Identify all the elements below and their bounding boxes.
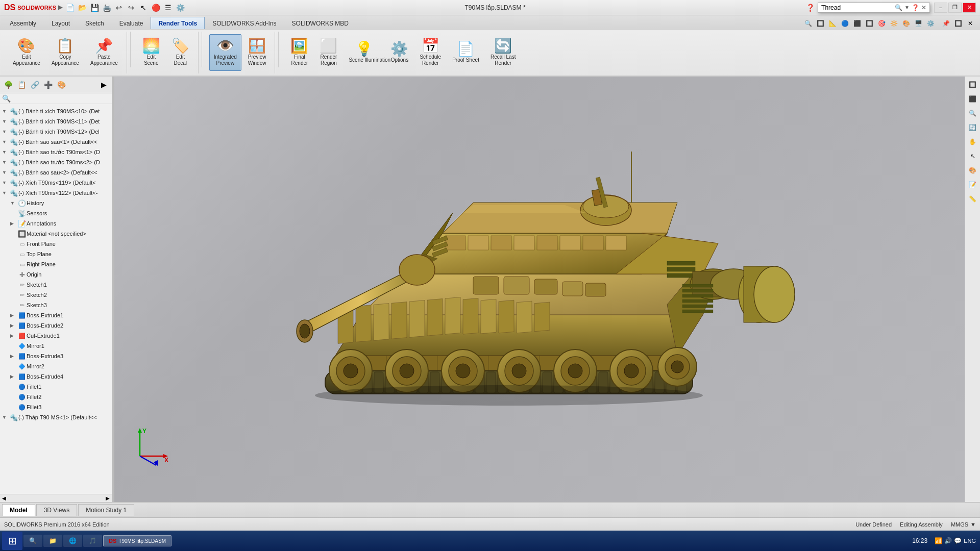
open-button[interactable]: 📂 (77, 2, 88, 13)
view-icon-3[interactable]: 📐 (827, 18, 838, 29)
tree-item-t7[interactable]: ▼ 🔩 (-) Bánh sao sau<2> (Default<< (0, 167, 112, 178)
scene-illumination-button[interactable]: 💡 Scene Illumination (344, 34, 384, 71)
annotation-icon[interactable]: 📝 (967, 179, 979, 191)
search-taskbar-button[interactable]: 🔍 (23, 535, 42, 547)
tab-layout[interactable]: Layout (44, 17, 78, 29)
tab-motion-study-1[interactable]: Motion Study 1 (78, 504, 134, 516)
tree-item-front-plane[interactable]: ▶ ▭ Front Plane (0, 239, 112, 249)
filter-icon[interactable]: 🔍 (2, 94, 11, 103)
units-dropdown-icon[interactable]: ▼ (970, 521, 976, 528)
display-icon[interactable]: 🎨 (967, 164, 979, 177)
tree-item-history[interactable]: ▼ 🕐 History (0, 198, 112, 208)
tree-item-t8[interactable]: ▼ 🔩 (-) Xích T90ms<119> (Default< (0, 178, 112, 188)
tree-item-thap[interactable]: ▼ 🔩 (-) Tháp T90 MS<1> (Default<< (0, 412, 112, 422)
options-button[interactable]: ☰ (162, 2, 174, 13)
view-icon-11[interactable]: ⚙️ (925, 18, 936, 29)
tree-item-mirror1[interactable]: ▶ 🔷 Mirror1 (0, 341, 112, 351)
file-explorer-button[interactable]: 📁 (43, 535, 62, 547)
redo-button[interactable]: ↪ (126, 2, 137, 13)
view-icon-1[interactable]: 🔍 (802, 18, 814, 29)
close-button[interactable]: ✕ (963, 3, 976, 13)
panel-close-button[interactable]: ✕ (965, 18, 976, 29)
zoom-icon[interactable]: 🔍 (967, 107, 979, 119)
view-icon-5[interactable]: ⬛ (851, 18, 863, 29)
tree-item-right-plane[interactable]: ▶ ▭ Right Plane (0, 259, 112, 269)
tree-item-material[interactable]: ▶ 🔲 Material <not specified> (0, 229, 112, 239)
tab-sketch[interactable]: Sketch (78, 17, 112, 29)
close-search-icon[interactable]: ✕ (921, 4, 926, 11)
help-button[interactable]: ❓ (804, 2, 816, 13)
tab-render-tools[interactable]: Render Tools (151, 17, 205, 29)
print-button[interactable]: 🖨️ (101, 2, 112, 13)
view-orient-icon[interactable]: ⬛ (967, 93, 979, 105)
measure-icon[interactable]: 📏 (967, 193, 979, 205)
recall-last-render-button[interactable]: 🔄 Recall LastRender (486, 34, 520, 71)
paste-appearance-button[interactable]: 📌 PasteAppearance (86, 34, 122, 71)
appearance-manager-icon[interactable]: 🎨 (55, 79, 67, 91)
tree-item-boss-extrude3[interactable]: ▶ 🟦 Boss-Extrude3 (0, 351, 112, 361)
edit-appearance-button[interactable]: 🎨 EditAppearance (8, 34, 45, 71)
dme-icon[interactable]: ➕ (42, 79, 54, 91)
tree-item-top-plane[interactable]: ▶ ▭ Top Plane (0, 249, 112, 259)
view-icon-10[interactable]: 🖥️ (913, 18, 924, 29)
panel-float-button[interactable]: 🔲 (952, 18, 964, 29)
viewport[interactable]: Y X (114, 77, 965, 502)
restore-button[interactable]: ❐ (948, 3, 962, 13)
tab-evaluate[interactable]: Evaluate (112, 17, 151, 29)
tree-item-t6[interactable]: ▼ 🔩 (-) Bánh sao trước T90ms<2> (D (0, 157, 112, 167)
tree-item-annotations[interactable]: ▶ 📝 Annotations (0, 218, 112, 229)
thread-search-box[interactable]: 🔍 ▼ ❓ ✕ (818, 3, 930, 13)
thread-search-input[interactable] (821, 4, 893, 11)
tab-3d-views[interactable]: 3D Views (36, 504, 77, 516)
tree-item-t4[interactable]: ▼ 🔩 (-) Bánh sao sau<1> (Default<< (0, 137, 112, 147)
tab-mbd[interactable]: SOLIDWORKS MBD (284, 17, 356, 29)
rotate-icon[interactable]: 🔄 (967, 121, 979, 134)
solidworks-taskbar-item[interactable]: DS T90MS lắp.SLDASM (103, 535, 172, 546)
feature-tree-icon[interactable]: 🌳 (2, 79, 14, 91)
tree-item-boss-extrude2[interactable]: ▶ 🟦 Boss-Extrude2 (0, 320, 112, 331)
tree-item-sketch2[interactable]: ▶ ✏ Sketch2 (0, 290, 112, 300)
preview-window-button[interactable]: 🪟 PreviewWindow (243, 34, 271, 71)
tree-scroll-right[interactable]: ▶ (106, 495, 110, 501)
tree-item-sensors[interactable]: ▶ 📡 Sensors (0, 208, 112, 218)
rebuild-button[interactable]: 🔴 (150, 2, 161, 13)
select-button[interactable]: ↖ (138, 2, 149, 13)
browser-button[interactable]: 🌐 (63, 535, 82, 547)
tree-item-fillet3[interactable]: ▶ 🔵 Fillet3 (0, 402, 112, 412)
tree-item-t9[interactable]: ▼ 🔩 (-) Xích T90ms<122> (Default<- (0, 188, 112, 198)
render-region-button[interactable]: ⬜ RenderRegion (315, 34, 342, 71)
final-render-button[interactable]: 🖼️ FinalRender (286, 34, 313, 71)
integrated-preview-button[interactable]: 👁️ IntegratedPreview (209, 34, 241, 71)
panel-pin-button[interactable]: 📌 (940, 18, 951, 29)
tree-item-sketch3[interactable]: ▶ ✏ Sketch3 (0, 300, 112, 310)
config-manager-icon[interactable]: 🔗 (29, 79, 41, 91)
minimize-button[interactable]: − (934, 3, 947, 13)
property-manager-icon[interactable]: 📋 (15, 79, 28, 91)
edit-decal-button[interactable]: 🏷️ EditDecal (167, 34, 194, 71)
tree-item-t1[interactable]: ▼ 🔩 (-) Bánh tì xích T90MS<10> (Det (0, 106, 112, 116)
copy-appearance-button[interactable]: 📋 CopyAppearance (47, 34, 84, 71)
tree-item-cut-extrude1[interactable]: ▶ 🟥 Cut-Extrude1 (0, 331, 112, 341)
tab-model[interactable]: Model (2, 504, 35, 516)
tree-item-boss-extrude1[interactable]: ▶ 🟦 Boss-Extrude1 (0, 310, 112, 320)
undo-button[interactable]: ↩ (113, 2, 125, 13)
proof-sheet-button[interactable]: 📄 Proof Sheet (448, 34, 484, 71)
tree-item-t3[interactable]: ▼ 🔩 (-) Bánh tì xích T90MS<12> (Del (0, 127, 112, 137)
tree-item-origin[interactable]: ▶ ✚ Origin (0, 269, 112, 280)
save-button[interactable]: 💾 (89, 2, 100, 13)
tree-item-fillet1[interactable]: ▶ 🔵 Fillet1 (0, 382, 112, 392)
selection-icon[interactable]: ↖ (967, 150, 979, 162)
tree-item-boss-extrude4[interactable]: ▶ 🟦 Boss-Extrude4 (0, 371, 112, 382)
view-icon-6[interactable]: 🔲 (864, 18, 875, 29)
media-button[interactable]: 🎵 (83, 535, 102, 547)
tree-item-mirror2[interactable]: ▶ 🔷 Mirror2 (0, 361, 112, 371)
tree-item-t2[interactable]: ▼ 🔩 (-) Bánh tì xích T90MS<11> (Det (0, 116, 112, 127)
view-icon-9[interactable]: 🎨 (900, 18, 912, 29)
schedule-render-button[interactable]: 📅 ScheduleRender (415, 34, 446, 71)
edit-scene-button[interactable]: 🌅 EditScene (138, 34, 165, 71)
options-render-button[interactable]: ⚙️ Options (386, 34, 413, 71)
tree-item-sketch1[interactable]: ▶ ✏ Sketch1 (0, 280, 112, 290)
view-icon-8[interactable]: 🔆 (888, 18, 899, 29)
view-icon-7[interactable]: 🎯 (876, 18, 887, 29)
view-icon-4[interactable]: 🔵 (839, 18, 850, 29)
